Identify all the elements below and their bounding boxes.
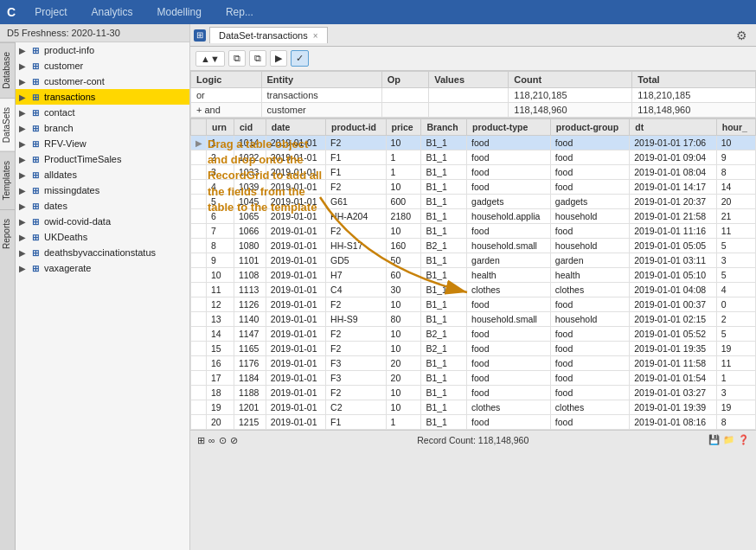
status-open[interactable]: 📁 [723, 434, 734, 445]
col-product-group: product-group [550, 119, 629, 136]
cell-dt: 2019-01-01 01:54 [630, 371, 717, 386]
toolbar-copy2[interactable]: ⧉ [249, 50, 266, 67]
sidebar-item-customer-cont[interactable]: ▶ ⊞ customer-cont [16, 74, 189, 89]
filter-row[interactable]: + and customer 118,148,960 118,148,960 [191, 103, 756, 118]
toolbar-updown[interactable]: ▲▼ [195, 51, 225, 67]
table-icon: ⊞ [29, 106, 42, 118]
toolbar-copy1[interactable]: ⧉ [228, 50, 246, 67]
table-row[interactable]: 310332019-01-01F11B1_1foodfood2019-01-01… [191, 165, 756, 180]
table-row[interactable]: 1811882019-01-01F210B1_1foodfood2019-01-… [191, 386, 756, 400]
cell-cid: 1080 [234, 239, 266, 253]
sidebar-item-contact[interactable]: ▶ ⊞ contact [16, 105, 189, 120]
cell-urn: 18 [207, 386, 234, 400]
cell-cid: 1188 [234, 386, 266, 400]
vtab-templates[interactable]: Templates [0, 151, 15, 209]
sidebar-item-vaxagerate[interactable]: ▶ ⊞ vaxagerate [16, 260, 189, 276]
filter-count: 118,148,960 [509, 103, 632, 118]
sidebar-item-owid-covid-data[interactable]: ▶ ⊞ owid-covid-data [16, 214, 189, 229]
table-row[interactable]: 1011082019-01-01H760B1_1healthhealth2019… [191, 268, 756, 283]
cell-urn: 7 [207, 224, 234, 239]
cell-rownum [191, 400, 207, 415]
status-icon-cancel[interactable]: ⊘ [230, 435, 238, 445]
cell-rownum [191, 195, 207, 209]
table-row[interactable]: ▶110142019-01-01F210B1_1foodfood2019-01-… [191, 136, 756, 150]
nav-analytics[interactable]: Analytics [86, 3, 138, 22]
nav-modelling[interactable]: Modelling [152, 3, 207, 22]
table-row[interactable]: 911012019-01-01GD550B1_1gardengarden2019… [191, 253, 756, 268]
sidebar-item-deathsbyvaccinationstatus[interactable]: ▶ ⊞ deathsbyvaccinationstatus [16, 245, 189, 260]
tree-label: UKDeaths [44, 232, 87, 242]
cell-date: 2019-01-01 [266, 195, 325, 209]
table-row[interactable]: 1211262019-01-01F210B1_1foodfood2019-01-… [191, 297, 756, 312]
data-grid[interactable]: urnciddateproduct-idpriceBranchproduct-t… [190, 118, 756, 430]
vtab-reports[interactable]: Reports [0, 209, 15, 258]
cell-product-group: food [550, 415, 629, 430]
sidebar-item-transactions[interactable]: ▶ ⊞ transactions [16, 89, 189, 105]
vtab-datasets[interactable]: DataSets [0, 98, 15, 151]
sidebar-item-product-info[interactable]: ▶ ⊞ product-info [16, 42, 189, 58]
table-row[interactable]: 1111132019-01-01C430B1_1clothesclothes20… [191, 283, 756, 297]
col-dt: dt [630, 119, 717, 136]
filter-op [381, 103, 428, 118]
sidebar-item-dates[interactable]: ▶ ⊞ dates [16, 198, 189, 214]
sidebar-item-rfv-view[interactable]: ▶ ⊞ RFV-View [16, 136, 189, 151]
cell-urn: 3 [207, 165, 234, 180]
cell-product-id: HH-S9 [326, 312, 387, 327]
table-row[interactable]: 1912012019-01-01C210B1_1clothesclothes20… [191, 400, 756, 415]
cell-date: 2019-01-01 [266, 209, 325, 224]
cell-product-type: food [467, 136, 551, 150]
status-help[interactable]: ❓ [738, 434, 749, 445]
status-icon-grid[interactable]: ⊞ [197, 435, 205, 445]
table-row[interactable]: 410392019-01-01F210B1_1foodfood2019-01-0… [191, 180, 756, 195]
cell-cid: 1066 [234, 224, 266, 239]
filter-row[interactable]: or transactions 118,210,185 118,210,185 [191, 88, 756, 103]
table-row[interactable]: 1311402019-01-01HH-S980B1_1household.sma… [191, 312, 756, 327]
cell-price: 10 [386, 224, 421, 239]
table-icon: ⊞ [29, 75, 42, 87]
table-row[interactable]: 510452019-01-01G61600B1_1gadgetsgadgets2… [191, 195, 756, 209]
vtab-database[interactable]: Database [0, 42, 15, 98]
cell-urn: 16 [207, 356, 234, 371]
filter-values [429, 88, 509, 103]
sidebar-item-alldates[interactable]: ▶ ⊞ alldates [16, 167, 189, 182]
table-row[interactable]: 1511652019-01-01F210B2_1foodfood2019-01-… [191, 342, 756, 356]
sidebar-item-missingdates[interactable]: ▶ ⊞ missingdates [16, 182, 189, 198]
sidebar-item-producttimesales[interactable]: ▶ ⊞ ProductTimeSales [16, 151, 189, 167]
cell-dt: 2019-01-01 05:10 [630, 268, 717, 283]
table-row[interactable]: 1411472019-01-01F210B2_1foodfood2019-01-… [191, 327, 756, 342]
sidebar-item-ukdeaths[interactable]: ▶ ⊞ UKDeaths [16, 229, 189, 245]
toolbar-run[interactable]: ▶ [270, 50, 287, 67]
dataset-tab-close[interactable]: × [313, 31, 318, 41]
cell-price: 10 [386, 136, 421, 150]
cell-Branch: B1_1 [421, 371, 467, 386]
status-save[interactable]: 💾 [708, 434, 720, 445]
table-row[interactable]: 2012152019-01-01F11B1_1foodfood2019-01-0… [191, 415, 756, 430]
status-icon-circle[interactable]: ⊙ [219, 435, 227, 445]
cell-date: 2019-01-01 [266, 165, 325, 180]
table-row[interactable]: 610652019-01-01HH-A2042180B1_1household.… [191, 209, 756, 224]
cell-urn: 19 [207, 400, 234, 415]
cell-urn: 20 [207, 415, 234, 430]
table-row[interactable]: 810802019-01-01HH-S17160B2_1household.sm… [191, 239, 756, 253]
cell-dt: 2019-01-01 20:37 [630, 195, 717, 209]
table-row[interactable]: 1711842019-01-01F320B1_1foodfood2019-01-… [191, 371, 756, 386]
nav-project[interactable]: Project [29, 3, 72, 22]
sidebar-item-branch[interactable]: ▶ ⊞ branch [16, 120, 189, 136]
settings-icon[interactable]: ⚙ [736, 29, 753, 42]
cell-product-id: C2 [326, 400, 387, 415]
table-icon: ⊞ [29, 215, 42, 227]
nav-reports[interactable]: Rep... [221, 3, 259, 22]
toolbar-check[interactable]: ✓ [291, 50, 309, 67]
status-icon-inf[interactable]: ∞ [208, 435, 215, 445]
cell-product-group: clothes [550, 283, 629, 297]
cell-Branch: B1_1 [421, 253, 467, 268]
tree-arrow: ▶ [19, 124, 29, 133]
cell-product-type: food [467, 386, 551, 400]
cell-rownum [191, 415, 207, 430]
sidebar-item-customer[interactable]: ▶ ⊞ customer [16, 58, 189, 74]
table-row[interactable]: 1611762019-01-01F320B1_1foodfood2019-01-… [191, 356, 756, 371]
cell-product-type: clothes [467, 400, 551, 415]
table-row[interactable]: 710662019-01-01F210B1_1foodfood2019-01-0… [191, 224, 756, 239]
table-row[interactable]: 210222019-01-01F11B1_1foodfood2019-01-01… [191, 150, 756, 165]
dataset-tab[interactable]: DataSet-transactions × [209, 27, 328, 43]
